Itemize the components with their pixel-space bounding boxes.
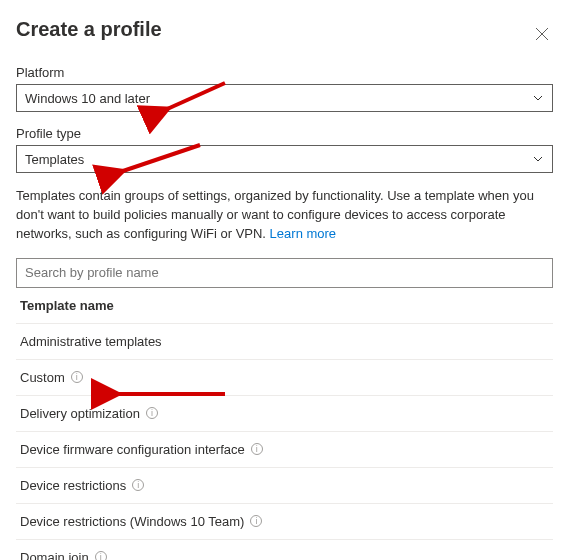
template-name: Domain join [20, 550, 89, 560]
template-name: Device restrictions [20, 478, 126, 493]
platform-label: Platform [16, 65, 553, 80]
template-name-column-header[interactable]: Template name [16, 288, 553, 324]
table-row[interactable]: Device restrictions (Windows 10 Team)i [16, 504, 553, 540]
template-name: Custom [20, 370, 65, 385]
table-row[interactable]: Domain joini [16, 540, 553, 560]
template-name: Delivery optimization [20, 406, 140, 421]
chevron-down-icon [532, 153, 544, 165]
table-row[interactable]: Administrative templates [16, 324, 553, 360]
close-icon [535, 27, 549, 44]
profile-type-select[interactable]: Templates [16, 145, 553, 173]
platform-select[interactable]: Windows 10 and later [16, 84, 553, 112]
template-name: Device firmware configuration interface [20, 442, 245, 457]
table-row[interactable]: Customi [16, 360, 553, 396]
info-icon[interactable]: i [71, 371, 83, 383]
templates-description: Templates contain groups of settings, or… [16, 187, 553, 244]
table-row[interactable]: Device restrictionsi [16, 468, 553, 504]
learn-more-link[interactable]: Learn more [270, 226, 336, 241]
profile-type-value: Templates [25, 152, 84, 167]
info-icon[interactable]: i [95, 551, 107, 560]
template-name: Administrative templates [20, 334, 162, 349]
platform-value: Windows 10 and later [25, 91, 150, 106]
table-row[interactable]: Device firmware configuration interfacei [16, 432, 553, 468]
close-button[interactable] [531, 23, 553, 49]
chevron-down-icon [532, 92, 544, 104]
page-title: Create a profile [16, 18, 162, 41]
info-icon[interactable]: i [250, 515, 262, 527]
info-icon[interactable]: i [132, 479, 144, 491]
table-row[interactable]: Delivery optimizationi [16, 396, 553, 432]
search-input[interactable] [16, 258, 553, 288]
profile-type-label: Profile type [16, 126, 553, 141]
info-icon[interactable]: i [146, 407, 158, 419]
template-name: Device restrictions (Windows 10 Team) [20, 514, 244, 529]
info-icon[interactable]: i [251, 443, 263, 455]
